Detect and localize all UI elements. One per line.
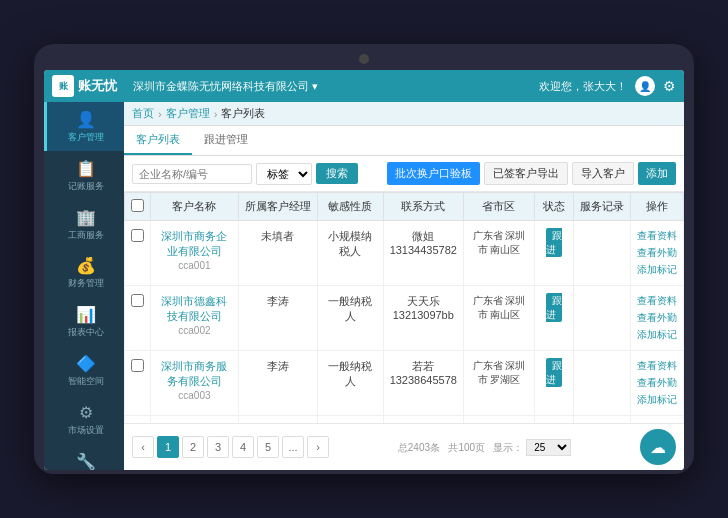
smart-icon: 🔷 [76, 354, 96, 373]
total-count: 总2403条 [398, 442, 440, 453]
action-link[interactable]: 查看资料 [637, 294, 677, 308]
row-checkbox[interactable] [125, 351, 151, 416]
page-2-button[interactable]: 2 [182, 436, 204, 458]
row-type: 一般纳税人 [317, 286, 383, 351]
table-row: 深圳市商务服务有限公司 cca003 李涛 一般纳税人 若若 132386455… [125, 351, 684, 416]
sidebar-item-clients[interactable]: 👤 客户管理 [44, 102, 124, 151]
report-icon: 📊 [76, 305, 96, 324]
user-avatar[interactable]: 👤 [635, 76, 655, 96]
prev-page-button[interactable]: ‹ [132, 436, 154, 458]
row-contact: 若若 13238645578 [383, 351, 463, 416]
contact-name: 天天乐 [390, 294, 457, 309]
row-contact: 郝闵 18773662367 [383, 416, 463, 424]
sidebar-item-market[interactable]: ⚙ 市场设置 [44, 395, 124, 444]
row-status: 跟进 [534, 351, 573, 416]
sidebar-item-smart[interactable]: 🔷 智能空间 [44, 346, 124, 395]
row-actions: 查看资料查看外勤添加标记 [630, 286, 683, 351]
contact-phone: 13238645578 [390, 374, 457, 386]
welcome-text: 欢迎您，张大大！ [539, 79, 627, 94]
company-link[interactable]: 深圳市德鑫科技有限公司 [157, 294, 232, 324]
breadcrumb-home[interactable]: 首页 [132, 106, 154, 121]
search-group: 标签 搜索 [132, 163, 381, 185]
header-actions: 操作 [630, 193, 683, 221]
row-company: 深圳市商务服务有限公司 cca003 [151, 351, 239, 416]
top-header: 账 账无忧 深圳市金蝶陈无忧网络科技有限公司 ▾ 欢迎您，张大大！ 👤 ⚙ [44, 70, 684, 102]
sidebar-item-records[interactable]: 📋 记账服务 [44, 151, 124, 200]
page-3-button[interactable]: 3 [207, 436, 229, 458]
main-layout: 👤 客户管理 📋 记账服务 🏢 工商服务 💰 财务管理 📊 报表中 [44, 102, 684, 470]
gear-icon[interactable]: ⚙ [663, 78, 676, 94]
row-actions: 查看资料查看外勤添加标记 [630, 351, 683, 416]
toolbar: 标签 搜索 批次换户口验板 已签客户导出 导入客户 添加 [124, 156, 684, 192]
tab-client-list[interactable]: 客户列表 [124, 126, 192, 155]
table-header-row: 客户名称 所属客户经理 敏感性质 联系方式 省市区 状态 服务记录 操作 [125, 193, 684, 221]
next-page-button[interactable]: › [307, 436, 329, 458]
row-manager: 李涛 [238, 351, 317, 416]
logo-text: 账无忧 [78, 77, 117, 95]
logo-icon: 账 [52, 75, 74, 97]
row-manager: 未填者 [238, 416, 317, 424]
screen: 账 账无忧 深圳市金蝶陈无忧网络科技有限公司 ▾ 欢迎您，张大大！ 👤 ⚙ 👤 … [44, 70, 684, 470]
row-region: 广东省 深圳市 宝安区 [463, 416, 534, 424]
tag-select[interactable]: 标签 [256, 163, 312, 185]
page-4-button[interactable]: 4 [232, 436, 254, 458]
status-badge[interactable]: 跟进 [546, 358, 562, 387]
breadcrumb-client-mgmt[interactable]: 客户管理 [166, 106, 210, 121]
company-link[interactable]: 深圳市商务企业有限公司 [157, 229, 232, 259]
breadcrumb: 首页 › 客户管理 › 客户列表 [124, 102, 684, 126]
header-region: 省市区 [463, 193, 534, 221]
status-badge[interactable]: 跟进 [546, 228, 562, 257]
contact-name: 若若 [390, 359, 457, 374]
action-link[interactable]: 添加标记 [637, 393, 677, 407]
add-client-button[interactable]: 添加 [638, 162, 676, 185]
per-page-select[interactable]: 25 50 100 [526, 439, 571, 456]
industry-icon: 🏢 [76, 208, 96, 227]
company-name[interactable]: 深圳市金蝶陈无忧网络科技有限公司 ▾ [133, 79, 539, 94]
header-checkbox[interactable] [125, 193, 151, 221]
action-link[interactable]: 查看外勤 [637, 376, 677, 390]
table-row: 深圳市德商服务有限公司 cca004 未填者 小规模纳税人 郝闵 1877366… [125, 416, 684, 424]
total-pages: 共100页 [448, 442, 485, 453]
action-link[interactable]: 查看资料 [637, 229, 677, 243]
device-frame: 账 账无忧 深圳市金蝶陈无忧网络科技有限公司 ▾ 欢迎您，张大大！ 👤 ⚙ 👤 … [34, 44, 694, 474]
action-link[interactable]: 添加标记 [637, 328, 677, 342]
status-badge[interactable]: 跟进 [546, 293, 562, 322]
row-checkbox[interactable] [125, 286, 151, 351]
system-icon: 🔧 [76, 452, 96, 470]
page-5-button[interactable]: 5 [257, 436, 279, 458]
tab-followup[interactable]: 跟进管理 [192, 126, 260, 155]
row-checkbox[interactable] [125, 416, 151, 424]
export-client-button[interactable]: 已签客户导出 [484, 162, 568, 185]
row-status: 跟进 [534, 221, 573, 286]
action-link[interactable]: 查看资料 [637, 359, 677, 373]
sidebar-item-industry[interactable]: 🏢 工商服务 [44, 200, 124, 249]
action-link[interactable]: 查看外勤 [637, 246, 677, 260]
clients-table: 客户名称 所属客户经理 敏感性质 联系方式 省市区 状态 服务记录 操作 [124, 192, 684, 423]
row-service [573, 221, 630, 286]
action-link[interactable]: 查看外勤 [637, 311, 677, 325]
sidebar-item-report[interactable]: 📊 报表中心 [44, 297, 124, 346]
batch-verify-button[interactable]: 批次换户口验板 [387, 162, 480, 185]
row-type: 一般纳税人 [317, 351, 383, 416]
header-company: 客户名称 [151, 193, 239, 221]
sidebar-item-system[interactable]: 🔧 系统设置 [44, 444, 124, 470]
row-type: 小规模纳税人 [317, 416, 383, 424]
sidebar-label-industry: 工商服务 [68, 230, 104, 241]
page-1-button[interactable]: 1 [157, 436, 179, 458]
search-button[interactable]: 搜索 [316, 163, 358, 184]
sidebar-label-report: 报表中心 [68, 327, 104, 338]
header-status: 状态 [534, 193, 573, 221]
sidebar-item-finance[interactable]: 💰 财务管理 [44, 248, 124, 297]
action-link[interactable]: 添加标记 [637, 263, 677, 277]
row-contact: 微姐 13134435782 [383, 221, 463, 286]
row-checkbox[interactable] [125, 221, 151, 286]
import-client-button[interactable]: 导入客户 [572, 162, 634, 185]
cloud-sync-button[interactable]: ☁ [640, 429, 676, 465]
table-row: 深圳市商务企业有限公司 cca001 未填者 小规模纳税人 微姐 1313443… [125, 221, 684, 286]
sidebar-label-smart: 智能空间 [68, 376, 104, 387]
company-link[interactable]: 深圳市商务服务有限公司 [157, 359, 232, 389]
search-input[interactable] [132, 164, 252, 184]
company-code: cca002 [178, 325, 210, 336]
pagination: ‹ 1 2 3 4 5 ... › [132, 436, 329, 458]
clients-icon: 👤 [76, 110, 96, 129]
